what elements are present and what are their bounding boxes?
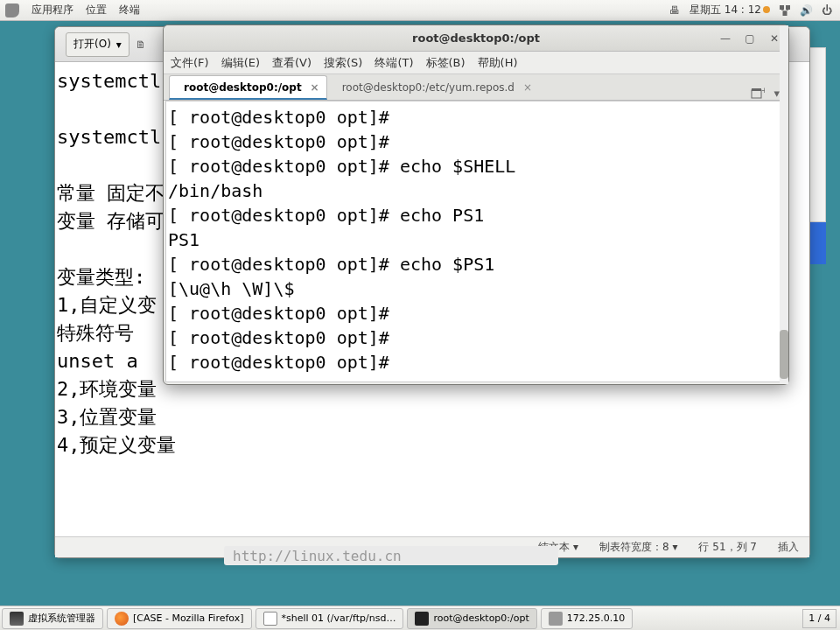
menu-edit[interactable]: 编辑(E) xyxy=(221,55,260,71)
open-button[interactable]: 打开(O) ▾ xyxy=(66,32,130,57)
volume-icon[interactable]: 🔊 xyxy=(800,4,812,17)
svg-line-4 xyxy=(785,10,788,11)
terminal-output[interactable]: [ root@desktop0 opt]# [ root@desktop0 op… xyxy=(165,101,787,382)
menu-tabs[interactable]: 标签(B) xyxy=(426,55,466,71)
svg-rect-0 xyxy=(780,5,784,10)
svg-text:+: + xyxy=(761,88,765,94)
tab-label: root@desktop0:/etc/yum.repos.d xyxy=(342,81,514,94)
menu-file[interactable]: 文件(F) xyxy=(171,55,209,71)
terminal-window: root@desktop0:/opt — ▢ ✕ 文件(F) 编辑(E) 查看(… xyxy=(163,24,789,385)
workspace-pager[interactable]: 1 / 4 xyxy=(802,609,836,628)
menu-terminal[interactable]: 终端 xyxy=(119,3,140,18)
svg-rect-6 xyxy=(752,88,761,91)
network-icon[interactable] xyxy=(779,4,791,17)
tab-close-icon[interactable]: × xyxy=(311,81,319,94)
task-firefox[interactable]: [CASE - Mozilla Firefox] xyxy=(107,608,252,629)
firefox-icon xyxy=(115,612,129,626)
task-terminal[interactable]: root@desktop0:/opt xyxy=(407,608,536,629)
menu-applications[interactable]: 应用程序 xyxy=(32,3,74,18)
svg-rect-2 xyxy=(783,11,788,16)
status-insert: 插入 xyxy=(778,540,799,555)
task-label: root@desktop0:/opt xyxy=(433,612,528,624)
top-panel: 应用程序 位置 终端 🖶 星期五 14 : 12 🔊 ⏻ xyxy=(0,0,840,21)
scrollbar-thumb[interactable] xyxy=(780,330,788,379)
status-tabwidth[interactable]: 制表符宽度：8 ▾ xyxy=(599,540,677,555)
task-label: *shell 01 (/var/ftp/nsd… xyxy=(282,612,396,624)
terminal-scrollbar[interactable] xyxy=(780,25,788,384)
menu-help[interactable]: 帮助(H) xyxy=(478,55,518,71)
generic-icon xyxy=(549,612,563,626)
status-position: 行 51，列 7 xyxy=(698,540,757,555)
task-label: 172.25.0.10 xyxy=(567,612,625,624)
terminal-icon xyxy=(415,612,429,626)
power-icon[interactable]: ⏻ xyxy=(821,4,833,17)
maximize-button[interactable]: ▢ xyxy=(741,32,759,46)
clock[interactable]: 星期五 14 : 12 xyxy=(690,3,770,18)
terminal-menubar: 文件(F) 编辑(E) 查看(V) 搜索(S) 终端(T) 标签(B) 帮助(H… xyxy=(164,52,788,74)
open-button-label: 打开(O) xyxy=(74,37,111,52)
task-vm-manager[interactable]: 虚拟系统管理器 xyxy=(2,608,103,629)
bottom-panel: 虚拟系统管理器 [CASE - Mozilla Firefox] *shell … xyxy=(0,606,840,630)
task-label: [CASE - Mozilla Firefox] xyxy=(133,612,244,624)
new-tab-icon[interactable]: + xyxy=(751,88,765,100)
tab-label: root@desktop0:/opt xyxy=(184,81,302,94)
menu-terminal[interactable]: 终端(T) xyxy=(374,55,413,71)
minimize-button[interactable]: — xyxy=(717,32,734,46)
terminal-tab-1[interactable]: root@desktop0:/opt × xyxy=(169,75,327,100)
background-urlbar: http://linux.tedu.cn xyxy=(224,546,558,565)
terminal-tabbar: root@desktop0:/opt × root@desktop0:/etc/… xyxy=(164,74,788,101)
task-remote[interactable]: 172.25.0.10 xyxy=(541,608,633,629)
terminal-tab-2[interactable]: root@desktop0:/etc/yum.repos.d × xyxy=(327,75,540,100)
terminal-title: root@desktop0:/opt xyxy=(164,32,788,45)
chevron-down-icon: ▾ xyxy=(116,38,122,51)
svg-rect-1 xyxy=(786,5,790,10)
task-gedit[interactable]: *shell 01 (/var/ftp/nsd… xyxy=(256,608,404,629)
task-label: 虚拟系统管理器 xyxy=(28,612,95,625)
printer-icon[interactable]: 🖶 xyxy=(668,4,681,17)
new-doc-icon[interactable]: 🗎 xyxy=(135,38,147,51)
gedit-icon xyxy=(263,612,277,626)
svg-line-3 xyxy=(781,10,785,11)
svg-rect-5 xyxy=(752,90,761,98)
vm-icon xyxy=(10,612,24,626)
menu-view[interactable]: 查看(V) xyxy=(272,55,312,71)
terminal-titlebar[interactable]: root@desktop0:/opt — ▢ ✕ xyxy=(164,25,788,52)
tab-close-icon[interactable]: × xyxy=(523,81,532,94)
gnome-logo-icon xyxy=(5,4,19,18)
menu-places[interactable]: 位置 xyxy=(86,3,107,18)
menu-search[interactable]: 搜索(S) xyxy=(324,55,362,71)
